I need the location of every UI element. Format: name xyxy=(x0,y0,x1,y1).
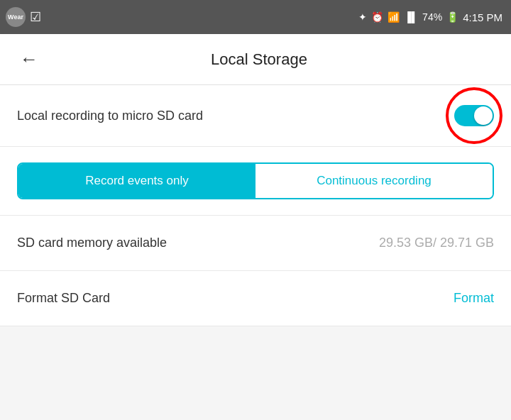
page-title: Local Storage xyxy=(50,50,468,69)
wifi-icon: 📶 xyxy=(388,11,400,23)
selector-buttons: Record events only Continuous recording xyxy=(17,162,494,199)
toggle-knob xyxy=(474,106,493,125)
format-button[interactable]: Format xyxy=(454,291,494,306)
signal-icon: ▐▌ xyxy=(404,11,418,23)
local-recording-toggle[interactable] xyxy=(454,105,494,126)
status-right: ✦ ⏰ 📶 ▐▌ 74% 🔋 4:15 PM xyxy=(358,11,502,23)
status-bar: Wear ☑ ✦ ⏰ 📶 ▐▌ 74% 🔋 4:15 PM xyxy=(0,0,511,34)
sd-memory-row: SD card memory available 29.53 GB/ 29.71… xyxy=(0,216,511,271)
sd-memory-value: 29.53 GB/ 29.71 GB xyxy=(379,236,494,250)
toolbar: ← Local Storage xyxy=(0,34,511,85)
status-left: Wear ☑ xyxy=(6,7,41,27)
sd-memory-label: SD card memory available xyxy=(17,236,167,250)
record-events-only-button[interactable]: Record events only xyxy=(18,164,256,198)
back-button[interactable]: ← xyxy=(14,43,44,76)
format-sd-label: Format SD Card xyxy=(17,291,110,306)
check-icon: ☑ xyxy=(30,9,41,25)
battery-icon: 🔋 xyxy=(446,11,458,23)
local-recording-label: Local recording to micro SD card xyxy=(17,109,203,123)
format-sd-row: Format SD Card Format xyxy=(0,271,511,326)
wear-icon: Wear xyxy=(6,7,26,27)
continuous-recording-button[interactable]: Continuous recording xyxy=(256,164,493,198)
alarm-icon: ⏰ xyxy=(371,11,383,23)
status-time: 4:15 PM xyxy=(463,11,502,23)
toggle-wrapper xyxy=(454,105,494,126)
battery-percent: 74% xyxy=(422,11,442,23)
recording-mode-row: Record events only Continuous recording xyxy=(0,147,511,216)
content: Local recording to micro SD card Record … xyxy=(0,85,511,326)
bluetooth-icon: ✦ xyxy=(358,11,367,23)
local-recording-row: Local recording to micro SD card xyxy=(0,85,511,147)
